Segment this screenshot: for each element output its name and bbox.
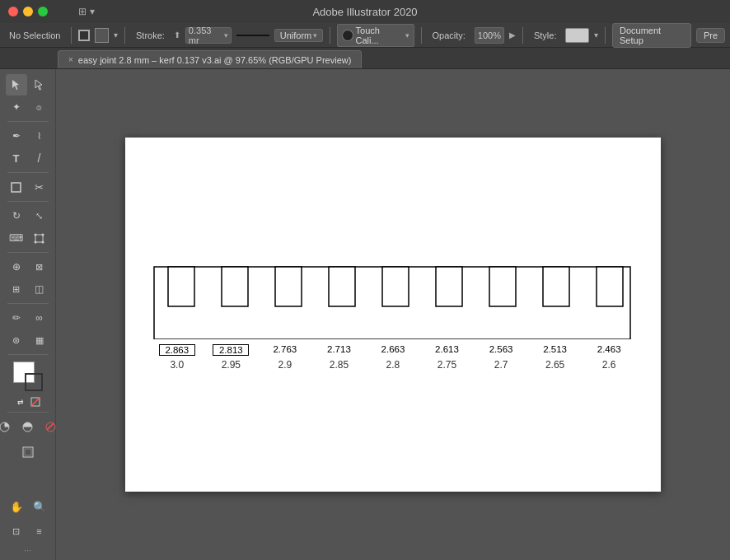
lasso-tool[interactable]: ⌾ — [29, 96, 50, 118]
svg-marker-1 — [35, 80, 42, 90]
window-controls: ⊞ ▾ — [78, 6, 95, 17]
shape-builder-tool[interactable]: ⊕ — [6, 256, 27, 278]
grid-icon[interactable]: ⊞ — [78, 6, 87, 17]
none-color-box[interactable] — [29, 395, 42, 408]
svg-rect-23 — [489, 267, 516, 306]
gradient-mode-icon[interactable] — [17, 416, 39, 437]
stroke-up-icon[interactable]: ⬆ — [174, 30, 180, 40]
divider-4 — [421, 27, 422, 44]
bottom-tools: ✋ 🔍 ⊡ ≡ ··· — [6, 496, 50, 560]
chevron-down-icon[interactable]: ▾ — [90, 6, 95, 17]
toolbar: No Selection ▾ Stroke: ⬆ 0.353 mr ▾ Unif… — [0, 23, 730, 48]
drawing-container: 2.863 2.813 2.763 2.713 2.663 — [150, 265, 636, 371]
hand-tool[interactable]: ✋ — [6, 496, 27, 517]
tool-sep-7 — [7, 412, 49, 413]
measure-item-2: 2.813 — [207, 344, 255, 356]
measure-bot-item-1: 3.0 — [153, 357, 201, 371]
comb-drawing — [150, 265, 636, 339]
tool-sep-5 — [7, 303, 49, 304]
no-selection-label: No Selection — [5, 29, 64, 42]
main-area: ✦ ⌾ ✒ ⌇ T / ✂ ↻ ⤡ ⌨ — [0, 69, 730, 560]
svg-point-7 — [42, 240, 44, 243]
touch-cali-btn[interactable]: Touch Cali... ▾ — [337, 24, 414, 47]
chart-tool[interactable]: ▦ — [29, 329, 50, 351]
measure-item-4: 2.713 — [315, 344, 363, 356]
tool-row-2: ✦ ⌾ — [6, 96, 50, 118]
gradient-tool[interactable]: ◫ — [29, 278, 50, 300]
stroke-value[interactable]: 0.353 mr ▾ — [185, 27, 232, 44]
scissors-tool[interactable]: ✂ — [29, 176, 50, 198]
style-swatch[interactable] — [565, 28, 589, 43]
tool-row-7: ⌨ — [6, 227, 50, 249]
stroke-swatch[interactable] — [95, 28, 109, 43]
style-arrow: ▾ — [594, 30, 598, 40]
pre-button[interactable]: Pre — [696, 28, 725, 43]
line-tool[interactable]: / — [29, 147, 50, 169]
color-mode-icon[interactable] — [0, 416, 16, 437]
svg-rect-17 — [168, 267, 194, 306]
type-tool[interactable]: T — [6, 147, 27, 169]
svg-point-6 — [35, 240, 37, 243]
pen-tool[interactable]: ✒ — [6, 125, 27, 147]
tool-row-8: ⊕ ⊠ — [6, 256, 50, 278]
extra-tool-1[interactable]: ⊡ — [6, 520, 27, 542]
warp-tool[interactable]: ⌨ — [6, 227, 27, 249]
left-toolbar: ✦ ⌾ ✒ ⌇ T / ✂ ↻ ⤡ ⌨ — [0, 69, 56, 560]
measure-item-1: 2.863 — [153, 344, 201, 356]
tab-title: easy joint 2.8 mm – kerf 0.137 v3.ai @ 9… — [78, 55, 352, 65]
uniform-arrow: ▾ — [313, 31, 317, 40]
scale-tool[interactable]: ⤡ — [29, 205, 50, 226]
rotate-tool[interactable]: ↻ — [6, 205, 27, 226]
mesh-tool[interactable]: ⊞ — [6, 278, 27, 300]
tool-sep-2 — [7, 172, 49, 173]
document-setup-button[interactable]: Document Setup — [612, 23, 691, 48]
uniform-dropdown[interactable]: Uniform ▾ — [274, 29, 324, 42]
artboard-tool[interactable] — [17, 441, 39, 463]
free-transform-tool[interactable] — [29, 227, 50, 249]
touch-arrow: ▾ — [405, 31, 409, 40]
measure-bot-item-6: 2.75 — [423, 357, 471, 371]
more-tools-ellipsis[interactable]: ··· — [6, 545, 50, 555]
tab-close-icon[interactable]: × — [68, 55, 73, 64]
style-label: Style: — [530, 29, 561, 42]
tool-sep-3 — [7, 201, 49, 202]
document-tab[interactable]: × easy joint 2.8 mm – kerf 0.137 v3.ai @… — [58, 50, 362, 68]
blend-tool[interactable]: ∞ — [29, 307, 50, 329]
tool-row-6: ↻ ⤡ — [6, 205, 50, 226]
measure-item-8: 2.513 — [531, 344, 579, 356]
opacity-value[interactable]: 100% — [475, 27, 504, 44]
fill-swatch[interactable] — [78, 30, 90, 41]
divider-6 — [605, 27, 606, 44]
close-button[interactable] — [8, 7, 18, 16]
minimize-button[interactable] — [23, 7, 33, 16]
direct-selection-tool[interactable] — [29, 74, 50, 96]
zoom-tool[interactable]: 🔍 — [29, 496, 50, 517]
divider-2 — [124, 27, 125, 44]
color-swatches[interactable] — [13, 362, 43, 391]
tool-sep-1 — [7, 121, 49, 122]
measure-bottom-7: 2.7 — [494, 359, 508, 371]
measure-top-3: 2.763 — [267, 344, 303, 354]
app-title: Adobe Illustrator 2020 — [312, 6, 417, 18]
rectangle-tool[interactable] — [6, 176, 27, 198]
eyedropper-tool[interactable]: ✏ — [6, 307, 27, 329]
selection-tool[interactable] — [6, 74, 27, 96]
mode-tools — [0, 416, 62, 437]
measure-bottom-3: 2.9 — [278, 359, 292, 371]
maximize-button[interactable] — [38, 7, 48, 16]
svg-line-13 — [47, 423, 54, 430]
stroke-color-box[interactable] — [25, 373, 43, 391]
extra-tool-2[interactable]: ≡ — [29, 520, 50, 542]
svg-rect-20 — [329, 267, 355, 306]
measure-top-9: 2.463 — [591, 344, 627, 354]
magic-wand-tool[interactable]: ✦ — [6, 96, 27, 118]
stroke-style-preview — [236, 35, 269, 36]
svg-line-9 — [31, 398, 40, 406]
measurement-row: 2.863 2.813 2.763 2.713 2.663 — [150, 344, 636, 356]
swap-colors-icon[interactable]: ⇄ — [14, 395, 27, 408]
curvature-tool[interactable]: ⌇ — [29, 125, 50, 147]
measure-top-1: 2.863 — [159, 344, 195, 356]
perspective-tool[interactable]: ⊠ — [29, 256, 50, 278]
symbol-sprayer-tool[interactable]: ⊛ — [6, 329, 27, 351]
opacity-label: Opacity: — [428, 29, 469, 42]
